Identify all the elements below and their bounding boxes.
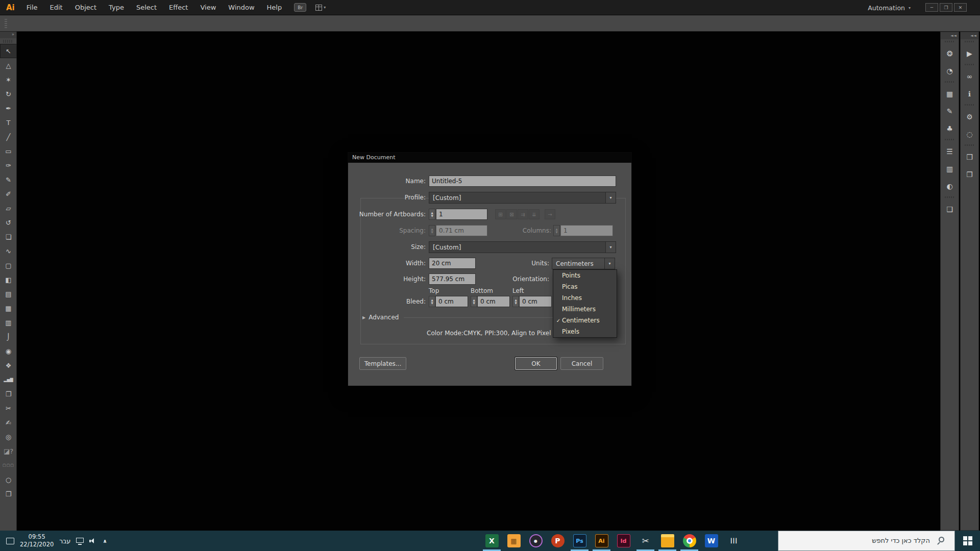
eyedropper-tool[interactable]: ⌡ [0, 330, 17, 344]
lasso-tool[interactable]: ↻ [0, 87, 17, 101]
workspace-switcher[interactable]: Automation ▾ [868, 0, 911, 15]
powerpoint-app[interactable]: P [547, 531, 569, 551]
tools-panel-grip[interactable] [3, 40, 13, 43]
language-indicator[interactable]: עבר [59, 537, 70, 545]
name-input[interactable]: Untitled-5 [429, 176, 616, 187]
change-direction-button[interactable]: → [545, 209, 555, 219]
grid-by-row-button[interactable]: ⊞ [495, 209, 506, 219]
dock-collapse-left[interactable]: ◄◄ [941, 32, 959, 39]
panel-grip[interactable] [5, 19, 7, 28]
stroke-panel[interactable]: ☰ [941, 143, 959, 160]
layers-panel[interactable]: ❒ [961, 148, 978, 166]
draw-mode-buttons[interactable]: ▢▢▢ [0, 458, 17, 472]
rectangle-tool[interactable]: ▭ [0, 144, 17, 158]
menu-object[interactable]: Object [69, 0, 103, 15]
network-icon[interactable] [76, 538, 84, 543]
zoom-tool[interactable]: ◎ [0, 430, 17, 444]
start-button[interactable] [955, 531, 980, 551]
slice-tool[interactable]: ✂ [0, 401, 17, 415]
people-calendar-app[interactable]: ▦ [503, 531, 525, 551]
transparency-panel[interactable]: ◐ [941, 178, 959, 195]
units-select[interactable]: Centimeters ▾ [552, 258, 615, 269]
bleed-input[interactable]: 0 cm [519, 296, 552, 307]
menu-help[interactable]: Help [261, 0, 288, 15]
artboards-input[interactable]: 1 [436, 209, 487, 220]
artboard-tool[interactable]: ❐ [0, 387, 17, 401]
cancel-button[interactable]: Cancel [560, 357, 603, 370]
column-graph-tool[interactable]: ▂▅▇ [0, 372, 17, 387]
actions-panel[interactable]: ▶ [961, 45, 978, 62]
magic-wand-tool[interactable]: ✶ [0, 72, 17, 87]
units-option-inches[interactable]: Inches [553, 292, 617, 304]
symbols-panel[interactable]: ♣ [941, 120, 959, 137]
bleed-spinner[interactable]: ▲▼ [471, 296, 477, 307]
tools-panel-collapse[interactable]: » [0, 32, 16, 38]
graphic-styles-panel[interactable]: ❑ [941, 201, 959, 218]
links-panel[interactable]: ∞ [961, 68, 978, 85]
hand-tool[interactable]: ✍ [0, 415, 17, 430]
dock-collapse-right[interactable]: ◄◄ [961, 32, 978, 39]
perspective-grid-tool[interactable]: ▤ [0, 287, 17, 301]
swatches-panel[interactable]: ▦ [941, 85, 959, 103]
taskbar-clock[interactable]: 09:55 22/12/2020 [20, 533, 54, 548]
eraser-tool[interactable]: ▱ [0, 201, 17, 215]
shape-builder-tool[interactable]: ◧ [0, 272, 17, 287]
menu-effect[interactable]: Effect [163, 0, 194, 15]
color-none-button[interactable]: ○ [0, 472, 17, 487]
fill-stroke-swatches[interactable]: ◪? [0, 444, 17, 458]
line-segment-tool[interactable]: ╱ [0, 130, 17, 144]
close-button[interactable]: ✕ [954, 3, 967, 12]
tray-expand-icon[interactable]: ∧ [103, 538, 107, 544]
artboards-panel[interactable]: ❐ [961, 166, 978, 183]
bleed-spinner[interactable]: ▲▼ [512, 296, 519, 307]
units-option-millimeters[interactable]: Millimeters [553, 304, 617, 315]
menu-file[interactable]: File [20, 0, 44, 15]
mesh-tool[interactable]: ▦ [0, 301, 17, 315]
artboards-spinner[interactable]: ▲▼ [429, 209, 435, 220]
units-option-picas[interactable]: Picas [553, 281, 617, 292]
width-input[interactable]: 20 cm [429, 258, 476, 269]
height-input[interactable]: 577.95 cm [429, 273, 476, 285]
minimize-button[interactable]: ─ [925, 3, 938, 12]
type-tool[interactable]: T [0, 115, 17, 130]
scale-tool[interactable]: ❏ [0, 230, 17, 244]
sliders-app[interactable]: ☰ [722, 531, 744, 551]
arrange-documents-button[interactable]: ▾ [315, 5, 326, 11]
menu-select[interactable]: Select [130, 0, 163, 15]
photoshop-app[interactable]: Ps [569, 531, 591, 551]
units-option-points[interactable]: Points [553, 270, 617, 281]
bleed-input[interactable]: 0 cm [435, 296, 468, 307]
color-panel[interactable]: ❂ [941, 45, 959, 62]
document-info-panel[interactable]: ℹ [961, 85, 978, 103]
width-tool[interactable]: ∿ [0, 244, 17, 258]
size-select[interactable]: [Custom] ▾ [429, 241, 616, 253]
file-explorer-app[interactable] [656, 531, 678, 551]
menu-view[interactable]: View [194, 0, 222, 15]
templates-button[interactable]: Templates... [359, 357, 406, 370]
brushes-panel[interactable]: ✎ [941, 103, 959, 120]
restore-button[interactable]: ❐ [940, 3, 952, 12]
free-transform-tool[interactable]: ▢ [0, 258, 17, 272]
menu-edit[interactable]: Edit [44, 0, 69, 15]
direct-selection-tool[interactable]: △ [0, 58, 17, 72]
bleed-input[interactable]: 0 cm [477, 296, 510, 307]
menu-window[interactable]: Window [222, 0, 260, 15]
symbol-sprayer-tool[interactable]: ❖ [0, 358, 17, 372]
word-app[interactable]: W [700, 531, 722, 551]
chrome-app[interactable] [678, 531, 700, 551]
grid-by-column-button[interactable]: ⊠ [506, 209, 517, 219]
profile-select[interactable]: [Custom] ▾ [429, 192, 616, 204]
snipping-tool-app[interactable]: ✂ [634, 531, 656, 551]
chevron-down-icon[interactable]: ▾ [605, 192, 616, 203]
indesign-app[interactable]: Id [612, 531, 634, 551]
gradient-tool[interactable]: ▥ [0, 315, 17, 330]
units-option-centimeters[interactable]: ✓ Centimeters [553, 315, 617, 326]
chevron-down-icon[interactable]: ▾ [604, 258, 615, 269]
selection-tool[interactable]: ↖ [0, 44, 17, 58]
color-guide-panel[interactable]: ◔ [941, 62, 959, 80]
rotate-tool[interactable]: ↺ [0, 215, 17, 230]
blob-brush-tool[interactable]: ✐ [0, 187, 17, 201]
pencil-tool[interactable]: ✎ [0, 172, 17, 187]
flattener-preview-panel[interactable]: ◌ [961, 126, 978, 143]
chevron-down-icon[interactable]: ▾ [605, 242, 616, 253]
